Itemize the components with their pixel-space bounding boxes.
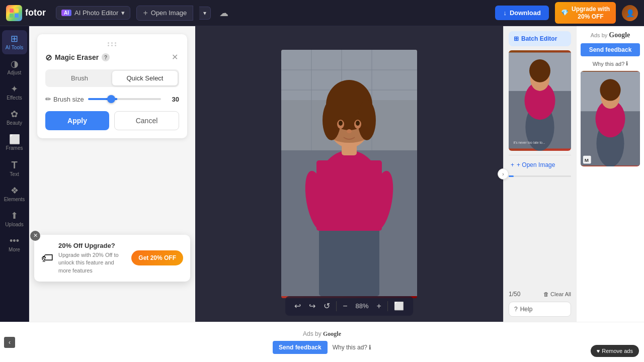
brush-size-slider[interactable] [88, 98, 161, 100]
svg-point-41 [600, 79, 620, 101]
open-image-button[interactable]: + Open Image [136, 6, 193, 21]
panel-title: ⊘ Magic Eraser ? [45, 53, 110, 62]
svg-text:it's never too late to...: it's never too late to... [514, 141, 545, 144]
tab-group: Brush Quick Select [45, 69, 179, 87]
cloud-button[interactable]: ☁ [217, 5, 231, 21]
progress-bar [509, 175, 571, 177]
ai-editor-label: AI Photo Editor [74, 9, 118, 17]
collapse-right-panel-button[interactable]: › [498, 168, 509, 179]
remove-ads-button[interactable]: ♥ Remove ads [591, 345, 639, 357]
svg-text:M: M [585, 157, 589, 163]
fit-button[interactable]: ⬜ [392, 299, 406, 313]
fotor-logo-icon [6, 5, 22, 21]
sidebar-label-beauty: Beauty [7, 120, 22, 126]
undo-button[interactable]: ↩ [292, 299, 303, 313]
canvas-area: ↩ ↪ ↺ − 88% + ⬜ [195, 26, 503, 322]
svg-rect-2 [10, 14, 14, 18]
sidebar-item-text[interactable]: T Text [2, 156, 27, 181]
top-nav: fotor AI AI Photo Editor ▾ + Open Image … [0, 0, 644, 26]
counter-row: 1/50 🗑 Clear All [509, 289, 571, 298]
toolbar-separator [336, 301, 337, 311]
why-this-ad-text: Why this ad? [593, 61, 625, 67]
sidebar-label-ai-tools: AI Tools [6, 45, 23, 50]
sidebar-item-effects[interactable]: ✦ Effects [2, 80, 27, 105]
tool-panel: ⊘ Magic Eraser ? ✕ Brush Quick Select ✏ … [29, 26, 195, 322]
tab-brush[interactable]: Brush [47, 71, 112, 85]
sidebar-label-uploads: Uploads [5, 222, 24, 227]
trash-icon: 🗑 [543, 291, 549, 297]
sidebar-item-elements[interactable]: ❖ Elements [2, 182, 27, 206]
sidebar-item-ai-tools[interactable]: ⊞ AI Tools [2, 30, 27, 54]
sidebar-label-elements: Elements [4, 197, 25, 202]
ai-editor-button[interactable]: AI AI Photo Editor ▾ [56, 6, 130, 20]
sidebar-item-adjust[interactable]: ◑ Adjust [2, 55, 27, 79]
toolbar-separator-2 [387, 301, 388, 311]
sidebar-item-more[interactable]: ••• More [2, 232, 27, 256]
bottom-feedback-button[interactable]: Send feedback [273, 341, 328, 354]
close-panel-button[interactable]: ✕ [171, 52, 179, 62]
adjust-icon: ◑ [11, 59, 19, 68]
ads-feedback-button[interactable]: Send feedback [581, 43, 640, 56]
uploads-icon: ⬆ [11, 211, 18, 220]
drag-handle[interactable] [45, 42, 179, 46]
magic-eraser-title: Magic Eraser [55, 53, 99, 61]
zoom-in-button[interactable]: + [375, 300, 383, 313]
magic-eraser-panel: ⊘ Magic Eraser ? ✕ Brush Quick Select ✏ … [37, 34, 187, 138]
canvas-svg [281, 50, 417, 296]
open-image-right-label: + Open Image [517, 161, 555, 168]
sidebar-label-effects: Effects [7, 95, 22, 101]
ads-image: M [581, 71, 640, 166]
sidebar-label-more: More [9, 247, 20, 252]
svg-point-34 [529, 59, 550, 82]
sidebar-label-adjust: Adjust [8, 70, 22, 75]
logo-text: fotor [25, 8, 46, 18]
bottom-info-icon: ℹ [369, 344, 371, 351]
why-this-ad-link[interactable]: Why this ad? ℹ [593, 60, 628, 67]
open-image-split-button[interactable]: ▾ [199, 7, 211, 20]
right-thumbnail: it's never too late to... [509, 50, 571, 151]
collapse-ads-button[interactable]: ‹ [4, 337, 15, 348]
zoom-level: 88% [353, 302, 370, 310]
upgrade-button[interactable]: 💎 Upgrade with 20% OFF [555, 2, 616, 24]
promo-close-button[interactable]: ✕ [30, 231, 40, 241]
zoom-out-button[interactable]: − [341, 300, 349, 313]
info-icon: ℹ [626, 60, 628, 67]
sidebar-item-beauty[interactable]: ✿ Beauty [2, 106, 27, 130]
reset-button[interactable]: ↺ [321, 299, 332, 313]
clear-all-button[interactable]: 🗑 Clear All [543, 291, 571, 297]
ads-panel: Ads by Google Send feedback Why this ad?… [576, 26, 644, 322]
promo-icon: 🏷 [41, 251, 53, 265]
sidebar-item-frames[interactable]: ⬜ Frames [2, 131, 27, 155]
batch-editor-button[interactable]: ⊞ Batch Editor [509, 31, 571, 46]
left-sidebar: ⊞ AI Tools ◑ Adjust ✦ Effects ✿ Beauty ⬜… [0, 26, 29, 322]
download-icon: ↓ [503, 9, 507, 17]
svg-rect-0 [10, 9, 14, 13]
help-badge-icon[interactable]: ? [102, 53, 110, 61]
redo-button[interactable]: ↪ [307, 299, 317, 313]
tab-quick-select[interactable]: Quick Select [112, 71, 178, 85]
help-button[interactable]: ? Help [509, 302, 571, 317]
bottom-why-ad-link[interactable]: Why this ad? ℹ [333, 344, 371, 351]
plus-icon: + [143, 9, 147, 18]
bottom-ads-bar: ‹ Ads by Google Send feedback Why this a… [0, 322, 644, 362]
plus-icon-right: + [511, 161, 514, 168]
upgrade-label: Upgrade with 20% OFF [572, 6, 610, 20]
brush-size-label: ✏ Brush size [45, 95, 84, 103]
canvas-image[interactable] [281, 50, 417, 298]
cancel-button[interactable]: Cancel [114, 111, 179, 130]
open-image-label: Open Image [151, 9, 187, 17]
ads-by-text: Ads by Google [581, 31, 640, 39]
avatar[interactable]: 👤 [622, 5, 638, 21]
ai-badge: AI [61, 10, 71, 16]
sidebar-item-uploads[interactable]: ⬆ Uploads [2, 207, 27, 231]
download-button[interactable]: ↓ Download [495, 6, 549, 20]
svg-rect-1 [15, 9, 19, 13]
apply-button[interactable]: Apply [45, 111, 109, 130]
svg-point-27 [356, 121, 360, 126]
main-area: ⊞ AI Tools ◑ Adjust ✦ Effects ✿ Beauty ⬜… [0, 26, 644, 322]
get-off-button[interactable]: Get 20% OFF [131, 250, 183, 265]
slider-container [88, 98, 161, 100]
open-image-right-button[interactable]: + + Open Image [509, 159, 571, 170]
bottom-google-text: Google [323, 330, 341, 337]
sidebar-label-text: Text [10, 171, 19, 177]
